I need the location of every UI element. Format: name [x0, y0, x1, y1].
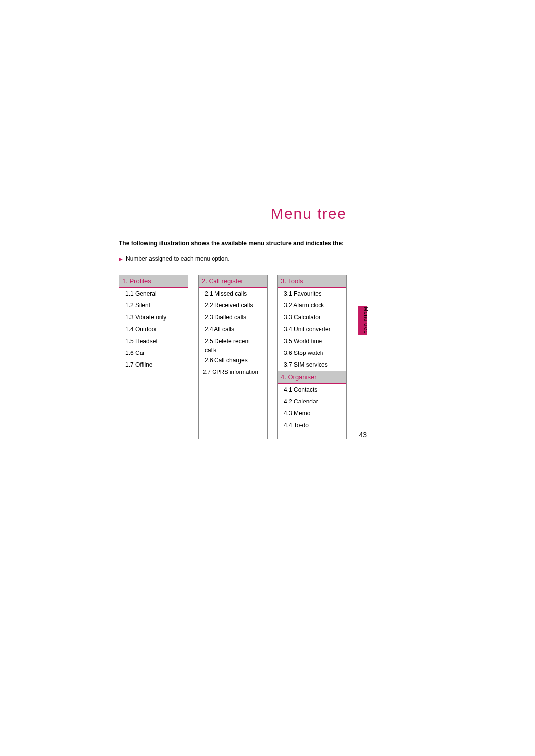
menu-item: 1.2 Silent	[119, 300, 188, 311]
side-label: Menu tree	[363, 307, 369, 334]
column-2: 2. Call register 2.1 Missed calls 2.2 Re…	[198, 275, 268, 439]
menu-item: 1.7 Offline	[119, 359, 188, 371]
section-header-profiles: 1. Profiles	[119, 275, 188, 288]
section-header-tools: 3. Tools	[278, 275, 346, 288]
menu-item: 1.1 General	[119, 288, 188, 300]
menu-item: 4.2 Calendar	[278, 396, 346, 407]
menu-box-call-register: 2. Call register 2.1 Missed calls 2.2 Re…	[198, 275, 268, 439]
menu-item: 2.1 Missed calls	[199, 288, 267, 300]
menu-box-profiles: 1. Profiles 1.1 General 1.2 Silent 1.3 V…	[119, 275, 188, 439]
menu-item: 3.5 World time	[278, 335, 346, 347]
section-header-call-register: 2. Call register	[199, 275, 267, 288]
bullet-text: Number assigned to each menu option.	[126, 255, 229, 262]
menu-item: 1.6 Car	[119, 347, 188, 359]
menu-item: 2.3 Dialled calls	[199, 311, 267, 323]
bullet-line: ▶ Number assigned to each menu option.	[119, 255, 367, 262]
page-number-divider	[339, 426, 367, 426]
menu-item: 4.3 Memo	[278, 407, 346, 419]
menu-box-tools-organiser: 3. Tools 3.1 Favourites 3.2 Alarm clock …	[277, 275, 347, 439]
menu-item: 2.4 All calls	[199, 323, 267, 335]
menu-item: 1.5 Headset	[119, 335, 188, 347]
menu-item: 2.7 GPRS information	[199, 366, 267, 378]
section-header-organiser: 4. Organiser	[278, 371, 346, 384]
menu-item: 1.3 Vibrate only	[119, 311, 188, 323]
menu-item: 4.4 To-do	[278, 419, 346, 431]
menu-item: 4.1 Contacts	[278, 384, 346, 396]
menu-item: 3.7 SIM services	[278, 359, 346, 371]
menu-item: 2.2 Received calls	[199, 300, 267, 311]
menu-item: 3.6 Stop watch	[278, 347, 346, 359]
menu-item: 3.3 Calculator	[278, 311, 346, 323]
menu-item: 2.6 Call charges	[199, 354, 267, 366]
column-1: 1. Profiles 1.1 General 1.2 Silent 1.3 V…	[119, 275, 188, 439]
menu-columns: 1. Profiles 1.1 General 1.2 Silent 1.3 V…	[119, 275, 367, 439]
page-title: Menu tree	[119, 205, 367, 222]
menu-item: 1.4 Outdoor	[119, 323, 188, 335]
column-3: 3. Tools 3.1 Favourites 3.2 Alarm clock …	[277, 275, 347, 439]
menu-item: 3.1 Favourites	[278, 288, 346, 300]
intro-text: The following illustration shows the ava…	[119, 240, 367, 247]
menu-item: 2.5 Delete recent calls	[199, 335, 267, 354]
menu-item: 3.2 Alarm clock	[278, 300, 346, 311]
menu-item: 3.4 Unit converter	[278, 323, 346, 335]
arrow-right-icon: ▶	[119, 256, 123, 262]
page-number: 43	[359, 431, 367, 439]
